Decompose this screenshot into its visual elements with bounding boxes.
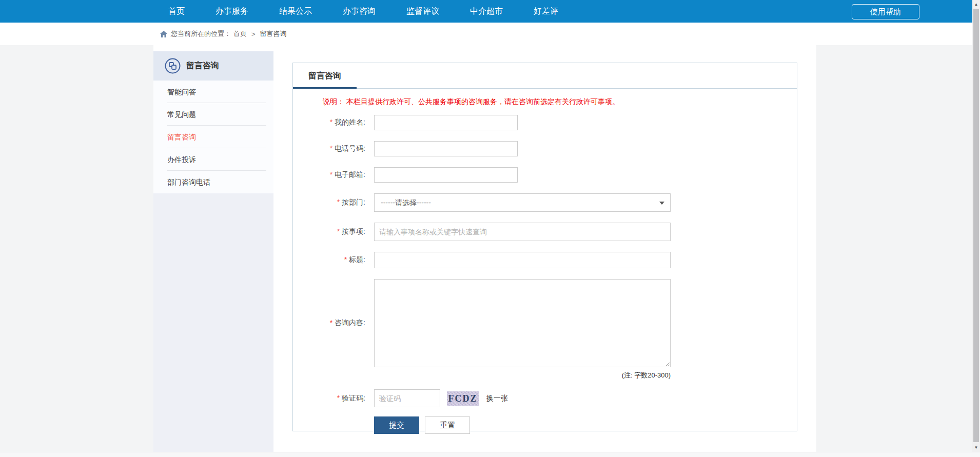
sidebar-item-faq[interactable]: 常见问题	[153, 103, 273, 126]
phone-input[interactable]	[374, 141, 518, 156]
sidebar-item-smart-qa[interactable]: 智能问答	[153, 81, 273, 103]
nav-item-results[interactable]: 结果公示	[264, 0, 327, 23]
captcha-image[interactable]: FCDZ	[447, 391, 479, 406]
email-input[interactable]	[374, 167, 518, 183]
vertical-scrollbar[interactable]: ▲ ▼	[972, 0, 980, 452]
nav-item-agency[interactable]: 中介超市	[455, 0, 518, 23]
captcha-row: *验证码: FCDZ 换一张	[293, 389, 797, 407]
nav-item-consult[interactable]: 办事咨询	[327, 0, 391, 23]
button-row: 提交 重置	[374, 416, 797, 434]
submit-button[interactable]: 提交	[374, 416, 419, 434]
scroll-down-arrow-icon[interactable]: ▼	[972, 444, 980, 451]
required-mark: *	[337, 227, 340, 235]
required-mark: *	[330, 118, 332, 126]
breadcrumb-current: 留言咨询	[260, 29, 287, 38]
sidebar-menu: 智能问答 常见问题 留言咨询 办件投诉 部门咨询电话	[153, 81, 273, 193]
breadcrumb-bar: 您当前所在的位置： 首页 > 留言咨询	[0, 23, 972, 45]
sidebar-item-dept-phone[interactable]: 部门咨询电话	[153, 171, 273, 193]
content-textarea[interactable]	[374, 279, 671, 367]
email-row: *电子邮箱:	[293, 167, 797, 183]
main-panel: 留言咨询 说明： 本栏目提供行政许可、公共服务事项的咨询服务，请在咨询前选定有关…	[292, 63, 797, 431]
breadcrumb-prefix: 您当前所在的位置：	[171, 29, 231, 38]
department-select[interactable]: ------请选择------	[374, 193, 671, 212]
breadcrumb-separator: >	[251, 30, 256, 38]
content-wrapper: 留言咨询 智能问答 常见问题 留言咨询 办件投诉 部门咨询电话 留言咨询 说明：…	[153, 45, 816, 452]
required-mark: *	[330, 170, 332, 178]
top-navbar: 首页 办事服务 结果公示 办事咨询 监督评议 中介超市 好差评 使用帮助	[0, 0, 972, 23]
nav-item-services[interactable]: 办事服务	[200, 0, 264, 23]
required-mark: *	[344, 255, 347, 264]
department-label: *按部门:	[293, 198, 365, 207]
required-mark: *	[337, 394, 340, 402]
message-consult-icon	[165, 58, 181, 74]
nav-item-supervision[interactable]: 监督评议	[391, 0, 455, 23]
word-count-note: (注: 字数20-300)	[374, 371, 671, 380]
panel-header: 留言咨询	[293, 63, 797, 89]
sidebar-item-message-consult[interactable]: 留言咨询	[153, 126, 273, 148]
title-input[interactable]	[374, 252, 671, 268]
breadcrumb: 您当前所在的位置： 首页 > 留言咨询	[160, 23, 972, 45]
title-label: *标题:	[293, 255, 365, 265]
nav-menu: 首页 办事服务 结果公示 办事咨询 监督评议 中介超市 好差评	[153, 0, 972, 23]
chevron-down-icon	[659, 202, 664, 205]
phone-row: *电话号码:	[293, 141, 797, 156]
name-input[interactable]	[374, 115, 518, 130]
phone-label: *电话号码:	[293, 144, 365, 153]
breadcrumb-home-link[interactable]: 首页	[233, 29, 247, 38]
sidebar-header: 留言咨询	[153, 51, 273, 81]
required-mark: *	[337, 198, 340, 206]
home-icon	[160, 31, 167, 37]
sidebar-title: 留言咨询	[186, 61, 219, 71]
name-row: *我的姓名:	[293, 115, 797, 130]
captcha-label: *验证码:	[293, 394, 365, 403]
captcha-refresh-link[interactable]: 换一张	[486, 394, 508, 403]
reset-button[interactable]: 重置	[425, 416, 470, 434]
department-select-value: ------请选择------	[381, 198, 431, 207]
name-label: *我的姓名:	[293, 118, 365, 127]
tab-message-consult[interactable]: 留言咨询	[293, 63, 357, 89]
horizontal-scrollbar[interactable]	[0, 452, 980, 457]
department-row: *按部门: ------请选择------	[293, 193, 797, 212]
consult-form: *我的姓名: *电话号码: *电子邮箱: *按部门: ------请选择----…	[293, 115, 797, 434]
title-row: *标题:	[293, 252, 797, 268]
captcha-input[interactable]	[374, 389, 440, 407]
nav-item-home[interactable]: 首页	[153, 0, 200, 23]
matter-label: *按事项:	[293, 227, 365, 236]
page-background: 留言咨询 智能问答 常见问题 留言咨询 办件投诉 部门咨询电话 留言咨询 说明：…	[0, 45, 972, 452]
vertical-scrollbar-thumb[interactable]	[973, 9, 979, 442]
scroll-up-arrow-icon[interactable]: ▲	[972, 1, 980, 8]
sidebar-item-complaint[interactable]: 办件投诉	[153, 148, 273, 171]
required-mark: *	[330, 319, 332, 327]
help-button[interactable]: 使用帮助	[852, 4, 919, 19]
nav-item-rating[interactable]: 好差评	[518, 0, 574, 23]
notice-text: 说明： 本栏目提供行政许可、公共服务事项的咨询服务，请在咨询前选定有关行政许可事…	[323, 97, 797, 107]
content-label: *咨询内容:	[293, 319, 365, 328]
matter-row: *按事项:	[293, 223, 797, 241]
matter-search-input[interactable]	[374, 223, 671, 241]
content-row: *咨询内容:	[293, 279, 797, 367]
email-label: *电子邮箱:	[293, 170, 365, 180]
required-mark: *	[330, 144, 332, 152]
sidebar: 留言咨询 智能问答 常见问题 留言咨询 办件投诉 部门咨询电话	[153, 51, 273, 452]
